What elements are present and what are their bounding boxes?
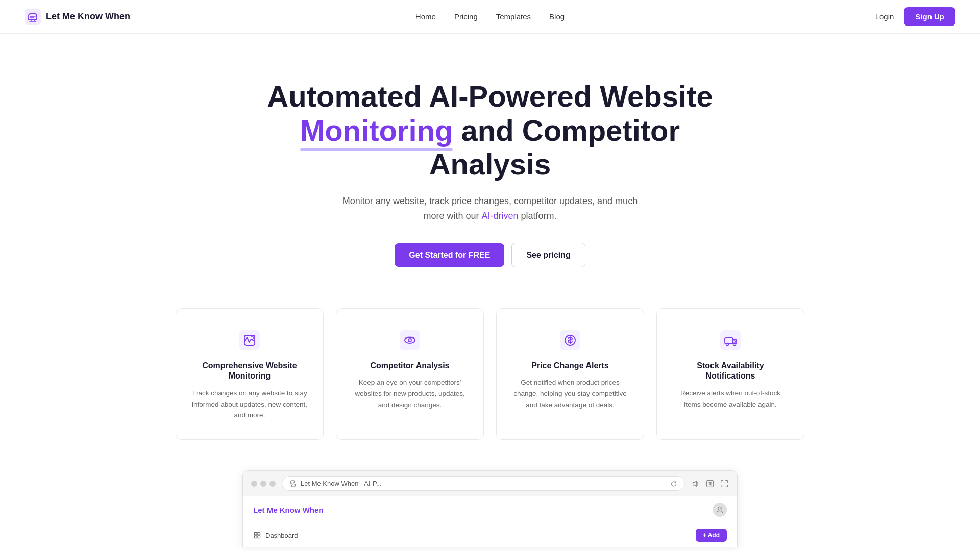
logo-text: Let Me Know When xyxy=(46,11,130,22)
browser-dot-red xyxy=(251,481,257,487)
browser-dot-yellow xyxy=(260,481,266,487)
hero-title: Automated AI-Powered Website Monitoring … xyxy=(260,80,720,182)
svg-rect-17 xyxy=(258,536,260,538)
dashboard-label: Dashboard xyxy=(265,532,298,539)
feature-card-competitor: Competitor Analysis Keep an eye on your … xyxy=(336,308,484,440)
feature-title-monitoring: Comprehensive Website Monitoring xyxy=(191,361,308,382)
feature-desc-stock: Receive alerts when out-of-stock items b… xyxy=(672,388,789,410)
browser-inner-row: Dashboard + Add xyxy=(243,523,737,547)
feature-card-website-monitoring: Comprehensive Website Monitoring Track c… xyxy=(176,308,324,440)
truck-icon xyxy=(719,329,742,352)
nav-link-blog[interactable]: Blog xyxy=(549,12,565,21)
nav-link-home[interactable]: Home xyxy=(415,12,436,21)
svg-point-13 xyxy=(718,507,721,510)
svg-rect-16 xyxy=(254,536,257,538)
share-icon xyxy=(705,479,715,488)
browser-bar: Let Me Know When - AI-P... xyxy=(243,471,737,496)
feature-title-price: Price Change Alerts xyxy=(512,361,628,371)
nav-actions: Login Sign Up xyxy=(875,7,955,26)
feature-title-competitor: Competitor Analysis xyxy=(352,361,468,371)
user-icon xyxy=(716,506,724,514)
nav-link-pricing[interactable]: Pricing xyxy=(454,12,478,21)
logo-icon xyxy=(24,9,41,25)
browser-url-text: Let Me Know When - AI-P... xyxy=(301,480,382,487)
signup-button[interactable]: Sign Up xyxy=(904,7,955,26)
svg-rect-8 xyxy=(720,330,741,350)
feature-desc-monitoring: Track changes on any website to stay inf… xyxy=(191,388,308,421)
fullscreen-icon xyxy=(720,479,729,488)
see-pricing-button[interactable]: See pricing xyxy=(511,243,585,267)
svg-rect-14 xyxy=(254,532,257,535)
navbar: Let Me Know When Home Pricing Templates … xyxy=(0,0,980,34)
eye-icon xyxy=(399,329,421,352)
browser-dot-green xyxy=(270,481,276,487)
hero-section: Automated AI-Powered Website Monitoring … xyxy=(0,34,980,298)
nav-link-templates[interactable]: Templates xyxy=(496,12,531,21)
browser-inner-avatar xyxy=(713,503,727,517)
reload-icon xyxy=(670,480,677,487)
hero-subtitle-end: platform. xyxy=(521,211,557,221)
svg-rect-3 xyxy=(400,330,420,350)
feature-card-stock: Stock Availability Notifications Receive… xyxy=(656,308,804,440)
login-link[interactable]: Login xyxy=(875,12,894,21)
browser-dots xyxy=(251,481,276,487)
volume-icon xyxy=(691,479,700,488)
activity-icon xyxy=(238,329,261,352)
features-section: Comprehensive Website Monitoring Track c… xyxy=(0,298,980,460)
svg-rect-1 xyxy=(239,330,260,350)
svg-rect-0 xyxy=(24,9,41,25)
hero-cta-group: Get Started for FREE See pricing xyxy=(24,243,955,267)
hero-title-part1: Automated AI-Powered Website xyxy=(267,80,713,113)
hero-subtitle: Monitor any website, track price changes… xyxy=(342,194,638,223)
browser-inner-logo-text: Let Me Know When xyxy=(253,506,324,514)
dashboard-icon xyxy=(253,531,261,539)
logo[interactable]: Let Me Know When xyxy=(24,9,130,25)
hero-title-part2: and Competitor Analysis xyxy=(429,114,680,181)
svg-rect-15 xyxy=(258,532,260,535)
browser-mockup-section: Let Me Know When - AI-P... xyxy=(0,460,980,547)
feature-title-stock: Stock Availability Notifications xyxy=(672,361,789,382)
ai-driven-link[interactable]: AI-driven xyxy=(481,211,518,221)
browser-mockup: Let Me Know When - AI-P... xyxy=(242,470,738,547)
dollar-icon xyxy=(559,329,581,352)
nav-links: Home Pricing Templates Blog xyxy=(415,12,565,21)
browser-content: Let Me Know When Das xyxy=(243,496,737,547)
browser-url-actions xyxy=(691,479,729,488)
feature-desc-competitor: Keep an eye on your competitors' website… xyxy=(352,377,468,410)
feature-card-price: Price Change Alerts Get notified when pr… xyxy=(496,308,644,440)
link-icon xyxy=(289,480,297,487)
hero-title-highlight: Monitoring xyxy=(300,114,453,148)
browser-url-bar: Let Me Know When - AI-P... xyxy=(282,476,685,491)
browser-inner-nav: Let Me Know When xyxy=(243,496,737,523)
feature-desc-price: Get notified when product prices change,… xyxy=(512,377,628,410)
browser-inner-add-button[interactable]: + Add xyxy=(696,529,727,542)
get-started-button[interactable]: Get Started for FREE xyxy=(395,243,504,267)
